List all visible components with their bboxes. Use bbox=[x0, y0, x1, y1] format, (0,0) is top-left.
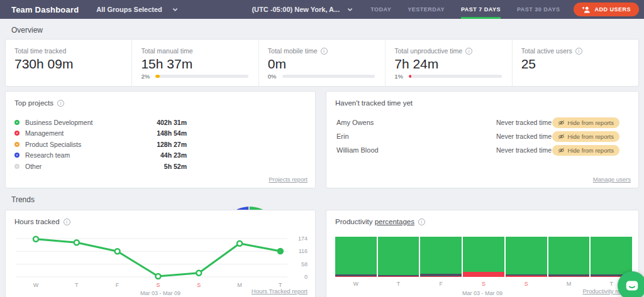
percentages-term[interactable]: percentages bbox=[375, 218, 414, 225]
legend-dot bbox=[14, 164, 19, 169]
card-total-time-tracked: Total time tracked 730h 09m bbox=[6, 40, 131, 86]
svg-text:W: W bbox=[33, 282, 39, 288]
hours-tracked-report-link[interactable]: Hours Tracked report bbox=[252, 288, 308, 294]
svg-text:S: S bbox=[197, 282, 201, 288]
trends-section-title: Trends bbox=[11, 195, 35, 204]
x-axis-label: S bbox=[506, 281, 547, 287]
legend-item: Business Development402h 31m bbox=[14, 117, 187, 128]
group-selector[interactable]: All Groups Selected bbox=[96, 6, 178, 13]
hide-from-reports-button[interactable]: Hide from reports bbox=[552, 117, 619, 128]
unproductive-time-progress: 1% bbox=[394, 73, 501, 80]
bar-segment-unproductive bbox=[463, 272, 504, 277]
bar-segment-productive bbox=[463, 237, 504, 272]
eye-off-icon bbox=[558, 120, 565, 126]
progress-track bbox=[409, 75, 501, 78]
card-label: Total time tracked bbox=[14, 47, 66, 55]
svg-text:0: 0 bbox=[304, 274, 308, 280]
bar-s-4 bbox=[506, 237, 547, 277]
chat-launcher-button[interactable] bbox=[618, 271, 644, 297]
chevron-down-icon bbox=[172, 7, 178, 13]
svg-text:116: 116 bbox=[299, 248, 308, 254]
timezone-label: (UTC -05:00) New York, A... bbox=[252, 6, 340, 13]
percent-label: 2% bbox=[141, 73, 150, 80]
card-label: Total mobile time bbox=[268, 47, 318, 55]
not-tracked-panel: Haven't tracked time yet Amy Owens Never… bbox=[326, 91, 639, 188]
svg-text:S: S bbox=[156, 282, 160, 288]
info-icon[interactable]: i bbox=[465, 48, 472, 55]
bar-w-0 bbox=[335, 237, 377, 277]
legend-item: Product Specialists128h 27m bbox=[14, 139, 187, 150]
hours-tracked-title: Hours tracked bbox=[14, 218, 60, 225]
manage-users-link[interactable]: Manage users bbox=[593, 176, 631, 183]
productivity-title: Productivity percentages bbox=[335, 218, 414, 225]
hide-from-reports-button[interactable]: Hide from reports bbox=[552, 131, 619, 142]
tab-past-30-days[interactable]: PAST 30 DAYS bbox=[517, 0, 560, 19]
overview-section-title: Overview bbox=[11, 26, 43, 35]
hours-tracked-line-chart: 174116580WTFSSMT bbox=[11, 229, 311, 291]
not-tracked-title: Haven't tracked time yet bbox=[335, 99, 413, 107]
list-item: Erin Never tracked time Hide from report… bbox=[336, 129, 628, 143]
tab-past-7-days[interactable]: PAST 7 DAYS bbox=[461, 0, 501, 19]
bar-segment-unproductive bbox=[548, 276, 590, 277]
productivity-x-labels: WTFSSMT bbox=[335, 281, 632, 287]
bar-segment-productive bbox=[378, 237, 419, 275]
user-name: Erin bbox=[336, 132, 349, 140]
tab-yesterday[interactable]: YESTERDAY bbox=[408, 0, 445, 19]
bar-segment-productive bbox=[506, 237, 547, 274]
card-total-mobile-time: Total mobile timei 0m 0% bbox=[258, 40, 385, 86]
svg-text:T: T bbox=[75, 282, 79, 288]
progress-track bbox=[282, 75, 375, 78]
legend-item: Management148h 54m bbox=[14, 128, 187, 139]
chat-icon bbox=[624, 278, 640, 294]
bar-segment-productive bbox=[591, 237, 632, 274]
svg-text:58: 58 bbox=[301, 261, 308, 267]
legend-dot bbox=[14, 153, 19, 158]
date-range-tabs: TODAY YESTERDAY PAST 7 DAYS PAST 30 DAYS bbox=[370, 0, 560, 19]
topbar: Team Dashboard All Groups Selected (UTC … bbox=[0, 0, 644, 19]
card-value: 15h 37m bbox=[141, 57, 249, 72]
legend-dot bbox=[14, 131, 19, 136]
chevron-down-icon bbox=[347, 7, 353, 13]
svg-text:F: F bbox=[116, 282, 119, 288]
timezone-selector[interactable]: (UTC -05:00) New York, A... bbox=[252, 6, 353, 13]
x-axis-label: T bbox=[378, 281, 419, 287]
user-name: William Blood bbox=[336, 146, 379, 154]
eye-off-icon bbox=[558, 148, 565, 153]
projects-report-link[interactable]: Projects report bbox=[269, 176, 308, 183]
bar-t-6 bbox=[591, 237, 632, 277]
info-icon[interactable]: i bbox=[575, 48, 582, 55]
legend-dot bbox=[14, 142, 19, 147]
tab-today[interactable]: TODAY bbox=[370, 0, 391, 19]
info-icon[interactable]: i bbox=[64, 219, 70, 225]
info-icon[interactable]: i bbox=[418, 219, 425, 225]
bar-segment-productive bbox=[548, 237, 590, 274]
list-item: William Blood Never tracked time Hide fr… bbox=[336, 143, 628, 157]
user-name: Amy Owens bbox=[336, 119, 374, 126]
card-total-unproductive-time: Total unproductive timei 7h 24m 1% bbox=[385, 40, 511, 86]
user-status: Never tracked time bbox=[496, 132, 552, 140]
bar-t-1 bbox=[378, 237, 419, 277]
bar-segment-unproductive bbox=[506, 276, 547, 277]
svg-text:M: M bbox=[237, 282, 242, 288]
info-icon[interactable]: i bbox=[57, 100, 64, 107]
card-value: 25 bbox=[521, 57, 630, 72]
card-label: Total manual time bbox=[141, 47, 192, 55]
user-status: Never tracked time bbox=[496, 119, 552, 126]
progress-fill bbox=[155, 75, 160, 78]
x-axis-label: M bbox=[548, 281, 590, 287]
card-label: Total unproductive time bbox=[394, 47, 462, 55]
list-item: Amy Owens Never tracked time Hide from r… bbox=[336, 116, 628, 129]
team-dashboard-screen: Team Dashboard All Groups Selected (UTC … bbox=[0, 0, 644, 297]
manual-time-progress: 2% bbox=[141, 73, 248, 80]
card-total-active-users: Total active usersi 25 bbox=[512, 40, 638, 86]
person-plus-icon bbox=[582, 6, 591, 13]
hide-from-reports-button[interactable]: Hide from reports bbox=[552, 145, 619, 156]
svg-text:174: 174 bbox=[298, 235, 308, 242]
info-icon[interactable]: i bbox=[321, 48, 328, 55]
add-users-button[interactable]: ADD USERS bbox=[574, 3, 639, 16]
productivity-bar-chart bbox=[335, 237, 632, 277]
card-value: 0m bbox=[268, 57, 376, 72]
group-selector-label: All Groups Selected bbox=[96, 6, 162, 13]
card-value: 7h 24m bbox=[394, 57, 502, 72]
bar-segment-unproductive bbox=[420, 276, 462, 277]
